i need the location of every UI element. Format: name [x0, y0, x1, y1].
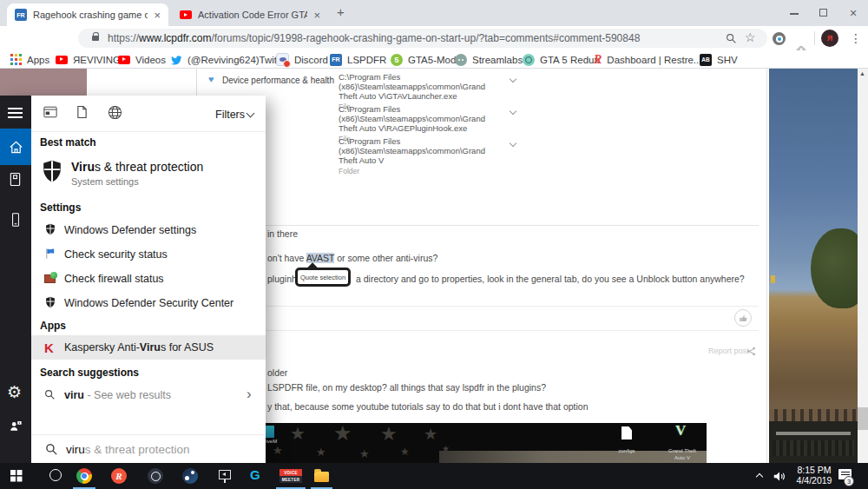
discord-icon [276, 53, 289, 66]
scroll-up-icon[interactable]: ▲ [859, 70, 865, 76]
chevron-down-icon[interactable] [510, 140, 516, 147]
rail-docs-tab[interactable] [9, 172, 22, 190]
search-icon [44, 389, 56, 400]
share-icon[interactable] [746, 347, 756, 356]
post-text: older [267, 367, 287, 378]
result-defender-settings[interactable]: Windows Defender settings [31, 218, 266, 242]
taskbar-explorer-icon[interactable] [314, 472, 329, 482]
new-tab-button[interactable]: + [337, 4, 345, 19]
streamlabs-icon [455, 54, 467, 66]
result-kaspersky[interactable]: K Kaspersky Anti-Virus for ASUS [31, 335, 266, 360]
bookmark-streamlabs[interactable]: Streamlabs [455, 50, 523, 69]
chevron-right-icon[interactable]: › [247, 386, 252, 403]
gta5mods-icon: 5 [391, 54, 403, 66]
star-decoration: ★ [424, 425, 437, 444]
tab-close-icon[interactable]: × [154, 10, 161, 21]
gtav-label: Grand Theft [663, 448, 701, 453]
search-icon [45, 443, 58, 456]
car-grill-graphic [773, 440, 854, 456]
embedded-screenshot[interactable]: ★ ★ ★ ★ ★ ★ ★ ★ ★ FiveM configs V Grand … [266, 423, 707, 463]
voicemeeter-bottom: MEETER [279, 476, 302, 483]
zoom-icon[interactable] [726, 33, 737, 44]
tab-ragehook[interactable]: FR Ragehook crashing game on star × [7, 3, 168, 26]
taskbar-capture-tool-icon[interactable] [219, 470, 231, 479]
extension-eye-icon[interactable] [773, 32, 786, 45]
apps-header: Apps [40, 320, 66, 332]
taskbar-voicemeeter-icon[interactable]: VOICEMEETER [279, 469, 302, 483]
chevron-down-icon[interactable] [510, 76, 516, 83]
bookmark-twitter[interactable]: (@Reviving624)Twit... [170, 50, 286, 69]
page-scrollbar[interactable] [858, 69, 868, 463]
bookmark-discord[interactable]: Discord [276, 50, 328, 69]
feedback-icon[interactable] [9, 419, 23, 436]
home-icon [9, 140, 23, 155]
filter-documents-icon[interactable] [76, 105, 88, 122]
shield-icon [44, 223, 56, 236]
bookmark-shv[interactable]: ABSHV [700, 50, 738, 69]
device-icon [10, 212, 21, 228]
bookmark-star-icon[interactable]: ☆ [745, 30, 756, 44]
post-text-avast: on't have AVAST or some other anti-virus… [267, 253, 437, 263]
exclusion-kind: Folder [339, 167, 498, 175]
quote-selection-tooltip[interactable]: Quote selection [295, 268, 351, 287]
chevron-down-icon[interactable] [510, 108, 516, 115]
voicemeeter-top: VOICE [279, 469, 302, 476]
page-background-image [769, 69, 858, 463]
tab-close-icon[interactable]: × [313, 10, 320, 21]
matched-text: Viru [140, 341, 161, 354]
profile-avatar[interactable]: Я [821, 30, 838, 47]
result-security-status[interactable]: Check security status [31, 242, 266, 267]
taskbar-steam-icon[interactable] [182, 468, 198, 484]
cortana-icon[interactable] [49, 469, 62, 481]
youtube-favicon [180, 10, 192, 19]
tray-clock[interactable]: 8:15 PM4/4/2019 [792, 466, 837, 486]
result-label: Windows Defender settings [64, 224, 196, 236]
bookmark-videos[interactable]: Videos [118, 50, 166, 69]
taskbar-restream-icon[interactable]: R [111, 468, 127, 484]
tab-activation-code[interactable]: Activation Code Error GTA 5 Fixe × [172, 3, 328, 26]
window-maximize-button[interactable] [809, 0, 838, 26]
result-defender-security-center[interactable]: Windows Defender Security Center [31, 291, 266, 315]
scrollbar-thumb[interactable] [858, 407, 868, 430]
result-virus-threat-protection[interactable]: Virus & threat protection System setting… [31, 151, 266, 196]
like-button[interactable] [734, 309, 752, 327]
bookmark-lspdfr[interactable]: FRLSPDFR [330, 50, 386, 69]
volume-icon[interactable] [773, 471, 786, 482]
bookmark-gta5mods[interactable]: 5GTA5-Mods [391, 50, 461, 69]
menu-dots-icon[interactable]: ⋮ [850, 31, 862, 45]
rail-home-tab[interactable] [0, 129, 31, 165]
taskbar-chrome-icon[interactable] [76, 468, 92, 484]
filters-label[interactable]: Filters [215, 109, 245, 121]
result-label: Check security status [64, 248, 168, 261]
url-text[interactable]: https://www.lcpdfr.com/forums/topic/9199… [108, 32, 720, 44]
bookmark-reviving[interactable]: ЯEVIVING [56, 50, 121, 69]
start-button[interactable] [10, 470, 23, 482]
shv-icon: AB [700, 54, 712, 66]
taskbar-logitech-icon[interactable]: G [250, 467, 260, 482]
url-path: /forums/topic/91998-ragehook-crashing-ga… [211, 32, 640, 44]
window-close-button[interactable]: × [838, 0, 868, 26]
bookmark-dashboard[interactable]: RDashboard | Restre... [594, 50, 701, 69]
search-input[interactable]: virus & threat protection [31, 434, 266, 463]
result-firewall-status[interactable]: Check firewall status [31, 267, 266, 291]
maximize-icon [819, 9, 827, 17]
tab-title: Activation Code Error GTA 5 Fixe [198, 10, 307, 20]
taskbar-obs-icon[interactable] [148, 468, 163, 484]
settings-gear-icon[interactable]: ⚙ [7, 382, 22, 402]
report-post-link[interactable]: Report post [708, 347, 749, 355]
tray-expand-icon[interactable] [756, 473, 763, 480]
rail-apps-tab[interactable] [10, 212, 21, 231]
bookmarks-bar: Apps ЯEVIVING Videos (@Reviving624)Twit.… [0, 50, 868, 69]
filter-web-icon[interactable] [108, 105, 122, 123]
star-decoration: ★ [359, 447, 370, 460]
firewall-icon [44, 274, 56, 283]
filters-chevron-icon[interactable] [247, 109, 255, 118]
filter-apps-icon[interactable] [43, 106, 57, 122]
bookmark-gta5redux[interactable]: GTA 5 Redux [523, 50, 599, 69]
star-decoration: ★ [400, 446, 410, 458]
suggestion-viru[interactable]: viru - See web results › [31, 383, 266, 407]
window-minimize-button[interactable] [779, 0, 809, 26]
bookmark-apps[interactable]: Apps [10, 50, 49, 69]
car-roof-graphic [769, 409, 858, 422]
https-lock-icon [92, 36, 99, 41]
